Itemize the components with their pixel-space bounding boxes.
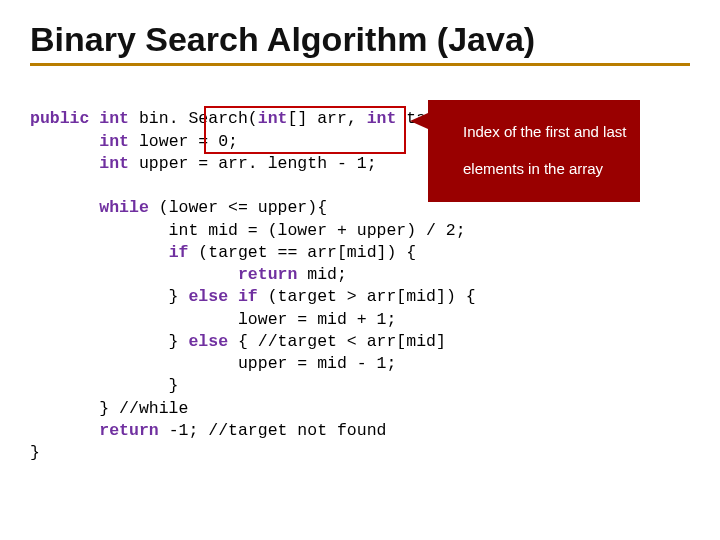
code-text: } xyxy=(30,287,188,306)
kw-return: return xyxy=(99,421,158,440)
code-text xyxy=(30,198,99,217)
code-text xyxy=(30,243,169,262)
slide: Binary Search Algorithm (Java) public in… xyxy=(0,0,720,540)
code-text: } //while xyxy=(30,399,188,418)
code-text: } xyxy=(30,376,179,395)
code-text xyxy=(30,154,99,173)
title-underline xyxy=(30,63,690,66)
highlight-box xyxy=(204,106,406,154)
code-text: { //target < arr[mid] xyxy=(228,332,446,351)
code-text: upper = mid - 1; xyxy=(30,354,396,373)
kw-public-int: public int xyxy=(30,109,129,128)
code-text: (target == arr[mid]) { xyxy=(188,243,416,262)
code-text: } xyxy=(30,443,40,462)
callout-arrow-icon xyxy=(410,113,428,129)
code-text: lower = mid + 1; xyxy=(30,310,396,329)
kw-int: int xyxy=(99,154,129,173)
page-title: Binary Search Algorithm (Java) xyxy=(30,20,690,59)
code-text: mid; xyxy=(297,265,347,284)
kw-else: else xyxy=(188,332,228,351)
kw-while: while xyxy=(99,198,149,217)
code-blank xyxy=(30,176,40,195)
kw-int: int xyxy=(99,132,129,151)
callout-line1: Index of the first and last xyxy=(463,123,626,140)
code-text: upper = arr. length - 1; xyxy=(129,154,377,173)
code-text: -1; //target not found xyxy=(159,421,387,440)
code-text: (lower <= upper){ xyxy=(149,198,327,217)
code-text xyxy=(30,265,238,284)
callout-line2: elements in the array xyxy=(463,160,603,177)
callout-box: Index of the first and last elements in … xyxy=(428,100,640,202)
code-text: } xyxy=(30,332,188,351)
code-block: public int bin. Search(int[] arr, int ta… xyxy=(30,86,690,540)
code-text xyxy=(30,421,99,440)
kw-else-if: else if xyxy=(188,287,257,306)
code-text xyxy=(30,132,99,151)
code-text: (target > arr[mid]) { xyxy=(258,287,476,306)
kw-if: if xyxy=(169,243,189,262)
code-text: int mid = (lower + upper) / 2; xyxy=(30,221,466,240)
kw-return: return xyxy=(238,265,297,284)
